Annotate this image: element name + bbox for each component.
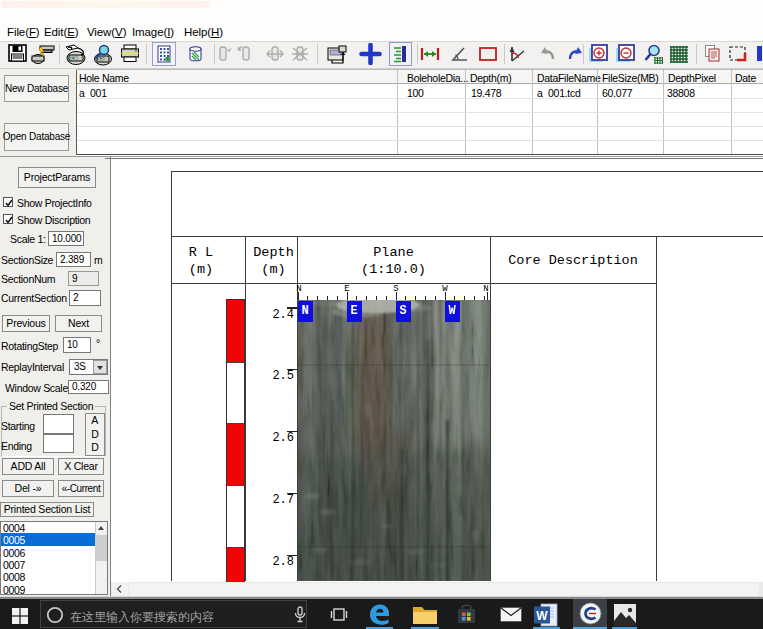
svg-text:W: W	[536, 609, 548, 623]
